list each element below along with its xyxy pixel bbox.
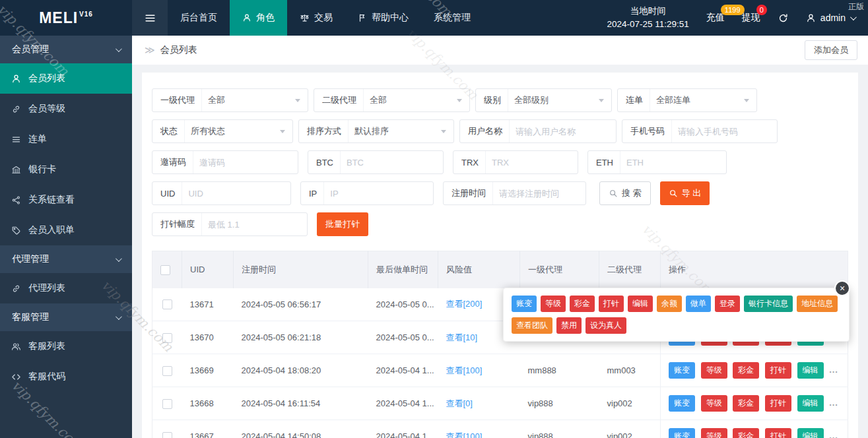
sidebar-item-bank-card[interactable]: 银行卡 (0, 154, 132, 185)
risk-view-link[interactable]: 查看[100] (446, 365, 483, 375)
op-bonus-button[interactable]: 彩金 (733, 362, 759, 379)
filter-agent2-select[interactable]: 二级代理 全部 (314, 88, 470, 112)
popup-op-view-team-button[interactable]: 查看团队 (512, 317, 552, 334)
batch-inject-button[interactable]: 批量打针 (317, 212, 368, 236)
recharge-link[interactable]: 充值 1199 (706, 12, 725, 24)
breadcrumb-icon: ≫ (145, 44, 155, 56)
logo-text: MELI (39, 9, 78, 27)
export-button[interactable]: 导 出 (660, 181, 710, 205)
op-edit-button[interactable]: 编辑 (797, 395, 824, 412)
trx-input[interactable] (492, 158, 578, 168)
nav-roles[interactable]: 角色 (230, 0, 287, 36)
user-icon (242, 13, 251, 22)
uid-input[interactable] (188, 189, 290, 199)
close-icon[interactable]: × (834, 280, 850, 296)
app-logo[interactable]: MELIV16 (0, 0, 132, 36)
op-inject-button[interactable]: 打针 (765, 395, 791, 412)
row-checkbox[interactable] (162, 299, 172, 309)
username-input[interactable] (516, 127, 616, 137)
sidebar-item-agent-list[interactable]: 代理列表 (0, 273, 132, 303)
op-level-button[interactable]: 等级 (701, 362, 727, 379)
nav-trade[interactable]: 交易 (287, 0, 345, 36)
header-last-order-time: 最后做单时间 (368, 251, 438, 288)
risk-view-link[interactable]: 查看[0] (446, 398, 473, 408)
op-level-button[interactable]: 等级 (701, 428, 727, 438)
withdraw-link[interactable]: 提现 0 (742, 12, 760, 24)
cell-register-time: 2024-05-04 16:11:54 (234, 387, 368, 420)
op-bonus-button[interactable]: 彩金 (733, 395, 759, 412)
more-actions-button[interactable]: ... (829, 398, 838, 408)
add-member-button[interactable]: 添加会员 (805, 40, 857, 60)
search-button[interactable]: 搜 索 (599, 181, 651, 205)
cell-checkbox (152, 354, 182, 387)
popup-op-login-button[interactable]: 登录 (715, 296, 740, 312)
cell-agent1: vip888 (520, 420, 599, 438)
hamburger-icon (145, 13, 156, 24)
popup-op-bank-info-button[interactable]: 银行卡信息 (744, 296, 793, 312)
filter-level-select[interactable]: 级别 全部级别 (475, 88, 612, 112)
sidebar-group-member-mgmt[interactable]: 会员管理 (0, 36, 132, 63)
risk-view-link[interactable]: 查看[200] (446, 299, 483, 309)
popup-op-make-order-button[interactable]: 做单 (686, 296, 711, 312)
row-checkbox[interactable] (162, 333, 172, 343)
more-actions-button[interactable]: ... (829, 365, 838, 375)
ip-input[interactable] (330, 189, 433, 199)
row-checkbox[interactable] (162, 399, 172, 409)
op-account-change-button[interactable]: 账变 (669, 428, 695, 438)
sidebar-item-service-code[interactable]: 客服代码 (0, 361, 132, 392)
topbar-right: 当地时间 2024-07-25 11:29:51 充值 1199 提现 0 ad… (607, 0, 868, 36)
table-row: 13669 2024-05-04 18:08:20 2024-05-04 1..… (152, 354, 848, 387)
export-button-label: 导 出 (682, 187, 702, 199)
filter-series-select[interactable]: 连单 全部连单 (617, 88, 757, 112)
filter-label: 级别 (476, 89, 508, 111)
popup-op-inject-button[interactable]: 打针 (599, 296, 624, 312)
sidebar-item-series-order[interactable]: 连单 (0, 124, 132, 154)
sidebar-group-agent-mgmt[interactable]: 代理管理 (0, 245, 132, 273)
popup-op-level-button[interactable]: 等级 (541, 296, 566, 312)
admin-menu[interactable]: admin (806, 13, 855, 23)
popup-op-bonus-button[interactable]: 彩金 (570, 296, 595, 312)
refresh-button[interactable] (778, 13, 789, 24)
risk-view-link[interactable]: 查看[10] (446, 332, 478, 342)
invite-code-input[interactable] (199, 158, 298, 168)
op-account-change-button[interactable]: 账变 (669, 362, 695, 379)
popup-op-balance-button[interactable]: 余额 (657, 296, 682, 312)
filter-invite-code-group: 邀请码 (152, 150, 298, 174)
popup-op-disable-button[interactable]: 禁用 (556, 317, 582, 334)
sidebar-item-member-level[interactable]: 会员等级 (0, 94, 132, 124)
sidebar-toggle-button[interactable] (132, 0, 168, 36)
popup-op-set-real-button[interactable]: 设为真人 (585, 317, 626, 334)
sidebar-item-member-list[interactable]: 会员列表 (0, 63, 132, 94)
btc-input[interactable] (347, 158, 443, 168)
popup-op-account-change-button[interactable]: 账变 (512, 296, 537, 312)
op-edit-button[interactable]: 编辑 (797, 428, 824, 438)
select-all-checkbox[interactable] (160, 265, 170, 275)
popup-op-address-info-button[interactable]: 地址信息 (797, 296, 838, 312)
inject-range-input[interactable] (208, 220, 307, 230)
filter-agent1-select[interactable]: 一级代理 全部 (152, 88, 308, 112)
sidebar-item-member-entry-form[interactable]: 会员入职单 (0, 215, 132, 245)
nav-dashboard[interactable]: 后台首页 (168, 0, 230, 36)
nav-system[interactable]: 系统管理 (421, 0, 483, 36)
nav-help-center[interactable]: 帮助中心 (345, 0, 421, 36)
popup-op-edit-button[interactable]: 编辑 (628, 296, 653, 312)
eth-input[interactable] (626, 158, 726, 168)
more-actions-button[interactable]: ... (829, 431, 838, 438)
row-checkbox[interactable] (162, 432, 172, 438)
op-account-change-button[interactable]: 账变 (669, 395, 695, 412)
op-level-button[interactable]: 等级 (701, 395, 727, 412)
row-checkbox[interactable] (162, 366, 172, 376)
op-edit-button[interactable]: 编辑 (797, 362, 824, 379)
op-inject-button[interactable]: 打针 (765, 428, 791, 438)
risk-view-link[interactable]: 查看[100] (446, 431, 483, 438)
op-inject-button[interactable]: 打针 (765, 362, 791, 379)
phone-input[interactable] (678, 127, 777, 137)
filter-sort-select[interactable]: 排序方式 默认排序 (298, 119, 454, 143)
register-time-input[interactable] (499, 189, 585, 199)
filter-status-select[interactable]: 状态 所有状态 (152, 119, 293, 143)
sidebar-group-service-mgmt[interactable]: 客服管理 (0, 303, 132, 331)
filter-label: TRX (453, 151, 486, 173)
sidebar-item-relation-chain[interactable]: 关系链查看 (0, 185, 132, 215)
sidebar-item-service-list[interactable]: 客服列表 (0, 331, 132, 361)
op-bonus-button[interactable]: 彩金 (733, 428, 759, 438)
